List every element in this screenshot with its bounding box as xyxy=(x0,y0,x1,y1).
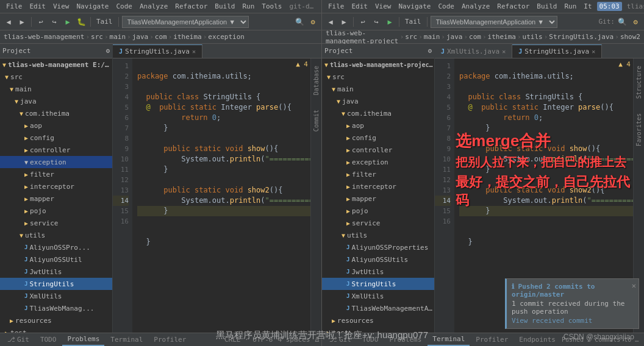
r-tree-xml[interactable]: J XmlUtils xyxy=(322,290,434,302)
r-settings-btn[interactable]: ⚙ xyxy=(629,16,642,28)
tree-pojo[interactable]: ▶ pojo xyxy=(0,205,112,217)
r-git-tab[interactable]: ⎇ Git xyxy=(324,333,356,346)
tree-aliyunoss-prop[interactable]: J AliyunOSSPro... xyxy=(0,241,112,253)
r-tree-config[interactable]: ▶ config xyxy=(322,132,434,144)
left-encoding[interactable]: CRLE · UTF-8 xyxy=(224,336,273,344)
menu-refactor[interactable]: Refactor xyxy=(173,2,210,10)
left-todo-tab[interactable]: TODO xyxy=(35,333,62,346)
search-btn[interactable]: 🔍 xyxy=(293,16,306,28)
r-menu-build[interactable]: Build xyxy=(534,2,559,10)
r-structure-label[interactable]: Structure xyxy=(635,66,642,99)
tree-jwtutils[interactable]: J JwtUtils xyxy=(0,266,112,278)
project-header[interactable]: Project ⚙ xyxy=(0,44,112,58)
r-close-string-icon[interactable]: ✕ xyxy=(592,48,595,55)
back-btn[interactable]: ◀ xyxy=(2,16,15,28)
database-panel-label[interactable]: Database xyxy=(313,66,320,95)
tree-tlias[interactable]: J TliasWebManag... xyxy=(0,302,112,314)
run-config-dropdown[interactable]: TliasWebManagementApplication ▼ xyxy=(122,16,249,28)
left-code-area[interactable]: package com.itheima.utils; public class … xyxy=(132,58,321,333)
r-run-btn[interactable]: ▶ xyxy=(384,16,396,28)
tree-xmlutils[interactable]: J XmlUtils xyxy=(0,290,112,302)
tree-exception[interactable]: ▼ exception xyxy=(0,156,112,168)
r-endpoints-tab[interactable]: Endpoints xyxy=(514,333,560,346)
r-close-xml-icon[interactable]: ✕ xyxy=(502,48,506,55)
menu-run[interactable]: Run xyxy=(240,2,257,10)
r-menu-code[interactable]: Code xyxy=(435,2,457,10)
r-search-btn[interactable]: 🔍 xyxy=(616,16,628,28)
tree-root[interactable]: ▼ tlias-web-management E:/idea.. xyxy=(0,58,112,71)
tree-test[interactable]: ▶ test xyxy=(0,327,112,333)
tree-main[interactable]: ▼ main xyxy=(0,83,112,95)
r-menu-view[interactable]: View xyxy=(373,2,394,10)
r-tree-src[interactable]: ▼ src xyxy=(322,71,434,83)
commit-panel-label[interactable]: Commit xyxy=(313,110,320,132)
r-tree-interceptor[interactable]: ▶ interceptor xyxy=(322,180,434,192)
tree-settings-icon[interactable]: ⚙ xyxy=(106,47,110,55)
r-tree-filter[interactable]: ▶ filter xyxy=(322,168,434,180)
r-tree-resources[interactable]: ▶ resources xyxy=(322,314,434,327)
r-menu-analyze[interactable]: Analyze xyxy=(459,2,492,10)
left-profiler-tab[interactable]: Profiler xyxy=(149,333,191,346)
tree-com-itheima[interactable]: ▼ com.itheima xyxy=(0,107,112,119)
r-redo-btn[interactable]: ↪ xyxy=(370,16,382,28)
undo-btn[interactable]: ↩ xyxy=(35,16,47,28)
r-tree-pojo[interactable]: ▶ pojo xyxy=(322,205,434,217)
tree-interceptor[interactable]: ▶ interceptor xyxy=(0,180,112,192)
r-problems-tab[interactable]: Problems xyxy=(384,333,426,346)
left-indent[interactable]: 4 spaces xyxy=(277,336,310,344)
tree-utils[interactable]: ▼ utils xyxy=(0,229,112,241)
r-favorites-label[interactable]: Favorites xyxy=(635,113,642,146)
left-problems-tab[interactable]: Problems xyxy=(62,333,104,346)
r-tree-aliyunprop[interactable]: J AliyunOSSProperties xyxy=(322,241,434,253)
r-tree-aop[interactable]: ▶ aop xyxy=(322,119,434,132)
r-tree-main[interactable]: ▼ main xyxy=(322,83,434,95)
run-config-btn[interactable]: ▶ xyxy=(62,16,74,28)
r-todo-tab[interactable]: TODO xyxy=(357,333,384,346)
r-run-dropdown[interactable]: TliasWebManagementApplication ▼ xyxy=(431,16,557,28)
menu-analyze[interactable]: Analyze xyxy=(137,2,170,10)
debug-btn[interactable]: 🐛 xyxy=(75,16,87,28)
tree-aop[interactable]: ▶ aop xyxy=(0,119,112,132)
r-project-header[interactable]: Project ⚙ xyxy=(322,44,434,58)
tree-resources[interactable]: ▶ resources xyxy=(0,314,112,327)
tree-aliyunoss-util[interactable]: J AliyunOSSUtil xyxy=(0,253,112,266)
r-tree-stringutils[interactable]: J StringUtils xyxy=(322,278,434,290)
menu-file[interactable]: File xyxy=(4,2,25,10)
r-tree-utils[interactable]: ▼ utils xyxy=(322,229,434,241)
left-terminal-tab[interactable]: Terminal xyxy=(106,333,148,346)
r-tree-controller[interactable]: ▶ controller xyxy=(322,144,434,156)
notification-close-btn[interactable]: ✕ xyxy=(632,281,636,290)
tree-filter[interactable]: ▶ filter xyxy=(0,168,112,180)
tree-stringutils[interactable]: J StringUtils xyxy=(0,278,112,290)
r-tree-test[interactable]: ▶ test xyxy=(322,327,434,333)
r-tab-xml[interactable]: J XmlUtils.java ✕ xyxy=(435,44,512,58)
menu-project[interactable]: git-demo-proje... xyxy=(287,2,318,10)
tree-src[interactable]: ▼ src xyxy=(0,71,112,83)
tree-service[interactable]: ▶ service xyxy=(0,217,112,229)
r-profiler-tab[interactable]: Profiler xyxy=(471,333,513,346)
r-tree-com[interactable]: ▼ com.itheima xyxy=(322,107,434,119)
tree-config[interactable]: ▶ config xyxy=(0,132,112,144)
notification-link[interactable]: View received commit xyxy=(512,317,634,325)
r-forward-btn[interactable]: ▶ xyxy=(338,16,350,28)
menu-view[interactable]: View xyxy=(51,2,72,10)
r-menu-navigate[interactable]: Navigate xyxy=(396,2,434,10)
menu-code[interactable]: Code xyxy=(113,2,135,10)
menu-tools[interactable]: Tools xyxy=(259,2,284,10)
tree-java[interactable]: ▼ java xyxy=(0,95,112,107)
tree-mapper[interactable]: ▶ mapper xyxy=(0,192,112,205)
r-back-btn[interactable]: ◀ xyxy=(324,16,337,28)
left-git-tab[interactable]: ⎇ Git xyxy=(2,333,34,346)
tree-controller[interactable]: ▶ controller xyxy=(0,144,112,156)
r-tree-aliyunutils[interactable]: J AliyunOSSUtils xyxy=(322,253,434,266)
menu-build[interactable]: Build xyxy=(212,2,237,10)
r-undo-btn[interactable]: ↩ xyxy=(357,16,369,28)
settings-btn[interactable]: ⚙ xyxy=(307,16,319,28)
close-tab-icon[interactable]: ✕ xyxy=(192,48,196,55)
r-tree-root[interactable]: ▼ tlias-web-management-project [tlias-we… xyxy=(322,58,434,71)
breadcrumb-root[interactable]: tlias-web-management xyxy=(4,33,84,41)
r-bc-root[interactable]: tlias-web-management-project xyxy=(326,29,399,45)
r-menu-it[interactable]: It xyxy=(581,2,594,10)
r-tree-exception[interactable]: ▶ exception xyxy=(322,156,434,168)
r-tree-settings-icon[interactable]: ⚙ xyxy=(428,47,432,55)
